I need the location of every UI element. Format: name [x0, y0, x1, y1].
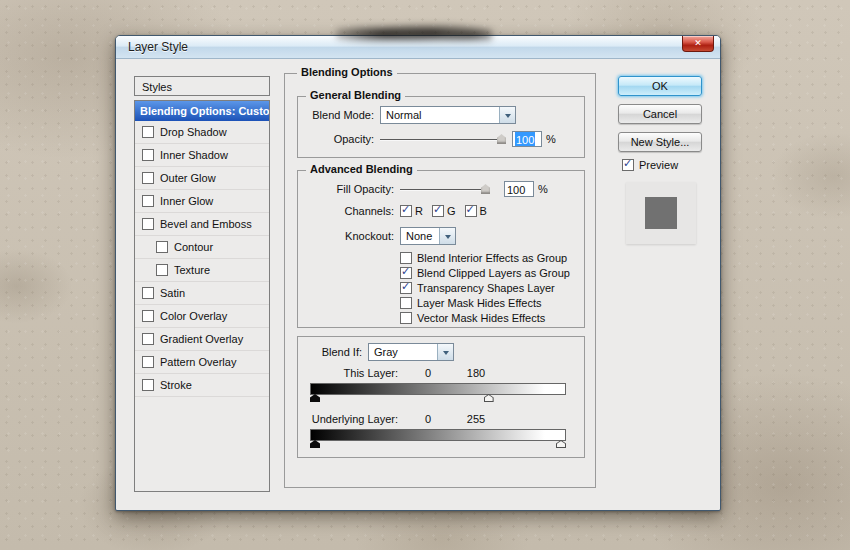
blend-mode-value: Normal — [386, 109, 495, 121]
blend-clipped-checkbox[interactable] — [400, 267, 412, 279]
option-label: Vector Mask Hides Effects — [417, 312, 545, 324]
knockout-dropdown[interactable]: None — [400, 227, 456, 245]
styles-item-inner-glow[interactable]: Inner Glow — [135, 190, 269, 213]
fill-opacity-input[interactable]: 100 — [504, 181, 534, 197]
option-layer-mask-hides[interactable]: Layer Mask Hides Effects — [400, 295, 580, 310]
outer-glow-checkbox[interactable] — [142, 172, 154, 184]
blend-if-dropdown[interactable]: Gray — [368, 343, 454, 361]
close-button[interactable]: ✕ — [682, 36, 714, 52]
inner-shadow-checkbox[interactable] — [142, 149, 154, 161]
vector-mask-hides-checkbox[interactable] — [400, 312, 412, 324]
dialog-titlebar[interactable]: Layer Style ✕ — [116, 36, 720, 59]
styles-item-bevel-and-emboss[interactable]: Bevel and Emboss — [135, 213, 269, 236]
opacity-input[interactable]: 100 — [512, 131, 542, 147]
preview-checkbox[interactable] — [622, 159, 634, 171]
channels-label: Channels: — [298, 205, 400, 217]
styles-item-satin[interactable]: Satin — [135, 282, 269, 305]
style-item-label: Contour — [174, 241, 213, 253]
styles-item-outer-glow[interactable]: Outer Glow — [135, 167, 269, 190]
styles-item-drop-shadow[interactable]: Drop Shadow — [135, 121, 269, 144]
opacity-unit: % — [546, 133, 556, 145]
style-item-label: Inner Glow — [160, 195, 213, 207]
channel-b: B — [465, 205, 487, 217]
channel-r-label: R — [415, 205, 423, 217]
gradient-overlay-checkbox[interactable] — [142, 333, 154, 345]
dialog-title: Layer Style — [128, 40, 188, 54]
styles-item-texture[interactable]: Texture — [135, 259, 269, 282]
this-layer-min: 0 — [404, 367, 452, 379]
style-item-label: Gradient Overlay — [160, 333, 243, 345]
color-overlay-checkbox[interactable] — [142, 310, 154, 322]
this-layer-shadow-marker[interactable] — [310, 394, 320, 402]
cancel-button[interactable]: Cancel — [618, 104, 702, 124]
option-label: Layer Mask Hides Effects — [417, 297, 542, 309]
knockout-label: Knockout: — [298, 230, 400, 242]
style-item-label: Inner Shadow — [160, 149, 228, 161]
this-layer-max: 180 — [452, 367, 500, 379]
chevron-down-icon[interactable] — [437, 344, 453, 360]
underlying-layer-min: 0 — [404, 413, 452, 425]
preview-toggle[interactable]: Preview — [622, 159, 678, 171]
styles-list: Blending Options: Custom Drop Shadow Inn… — [134, 100, 270, 492]
new-style-button[interactable]: New Style... — [618, 132, 702, 152]
opacity-slider-track[interactable] — [380, 139, 504, 140]
general-blending-group: General Blending Blend Mode: Normal Opac… — [297, 96, 585, 158]
option-blend-interior[interactable]: Blend Interior Effects as Group — [400, 250, 580, 265]
blend-mode-label: Blend Mode: — [298, 109, 380, 121]
transparency-shapes-checkbox[interactable] — [400, 282, 412, 294]
option-label: Blend Interior Effects as Group — [417, 252, 567, 264]
this-layer-label: This Layer: — [298, 367, 404, 379]
styles-item-gradient-overlay[interactable]: Gradient Overlay — [135, 328, 269, 351]
texture-checkbox[interactable] — [156, 264, 168, 276]
underlying-layer-gradient-bar[interactable] — [310, 429, 566, 441]
this-layer-gradient-bar[interactable] — [310, 383, 566, 395]
style-item-label: Pattern Overlay — [160, 356, 236, 368]
blend-mode-dropdown[interactable]: Normal — [380, 106, 516, 124]
chevron-down-icon[interactable] — [499, 107, 515, 123]
option-vector-mask-hides[interactable]: Vector Mask Hides Effects — [400, 310, 580, 325]
fill-opacity-slider-track[interactable] — [400, 189, 488, 190]
ok-button[interactable]: OK — [618, 76, 702, 96]
option-transparency-shapes[interactable]: Transparency Shapes Layer — [400, 280, 580, 295]
satin-checkbox[interactable] — [142, 287, 154, 299]
styles-item-inner-shadow[interactable]: Inner Shadow — [135, 144, 269, 167]
style-item-label: Texture — [174, 264, 210, 276]
bevel-emboss-checkbox[interactable] — [142, 218, 154, 230]
opacity-slider[interactable] — [380, 131, 506, 147]
styles-header[interactable]: Styles — [134, 76, 270, 96]
fill-opacity-slider[interactable] — [400, 181, 490, 197]
channel-g: G — [432, 205, 456, 217]
option-blend-clipped[interactable]: Blend Clipped Layers as Group — [400, 265, 580, 280]
styles-item-pattern-overlay[interactable]: Pattern Overlay — [135, 351, 269, 374]
contour-checkbox[interactable] — [156, 241, 168, 253]
styles-item-blending-options[interactable]: Blending Options: Custom — [135, 101, 269, 121]
stroke-checkbox[interactable] — [142, 379, 154, 391]
inner-glow-checkbox[interactable] — [142, 195, 154, 207]
this-layer-highlight-marker[interactable] — [484, 394, 494, 402]
channel-r-checkbox[interactable] — [400, 205, 412, 217]
drop-shadow-checkbox[interactable] — [142, 126, 154, 138]
styles-item-stroke[interactable]: Stroke — [135, 374, 269, 397]
pattern-overlay-checkbox[interactable] — [142, 356, 154, 368]
channel-b-label: B — [480, 205, 487, 217]
channel-g-label: G — [447, 205, 456, 217]
opacity-slider-thumb[interactable] — [497, 134, 506, 144]
this-layer-bar-zone — [310, 383, 566, 405]
opacity-value: 100 — [515, 132, 535, 147]
channel-b-checkbox[interactable] — [465, 205, 477, 217]
opacity-label: Opacity: — [298, 133, 380, 145]
styles-item-color-overlay[interactable]: Color Overlay — [135, 305, 269, 328]
fill-opacity-label: Fill Opacity: — [298, 183, 400, 195]
underlying-shadow-marker[interactable] — [310, 440, 320, 448]
styles-item-contour[interactable]: Contour — [135, 236, 269, 259]
chevron-down-icon[interactable] — [439, 228, 455, 244]
style-item-label: Color Overlay — [160, 310, 227, 322]
blend-interior-checkbox[interactable] — [400, 252, 412, 264]
preview-panel — [626, 182, 696, 244]
option-label: Blend Clipped Layers as Group — [417, 267, 570, 279]
layer-mask-hides-checkbox[interactable] — [400, 297, 412, 309]
underlying-highlight-marker[interactable] — [556, 440, 566, 448]
fill-opacity-slider-thumb[interactable] — [481, 184, 490, 194]
channel-g-checkbox[interactable] — [432, 205, 444, 217]
blend-if-group: Blend If: Gray This Layer: 0 180 Und — [297, 336, 585, 458]
